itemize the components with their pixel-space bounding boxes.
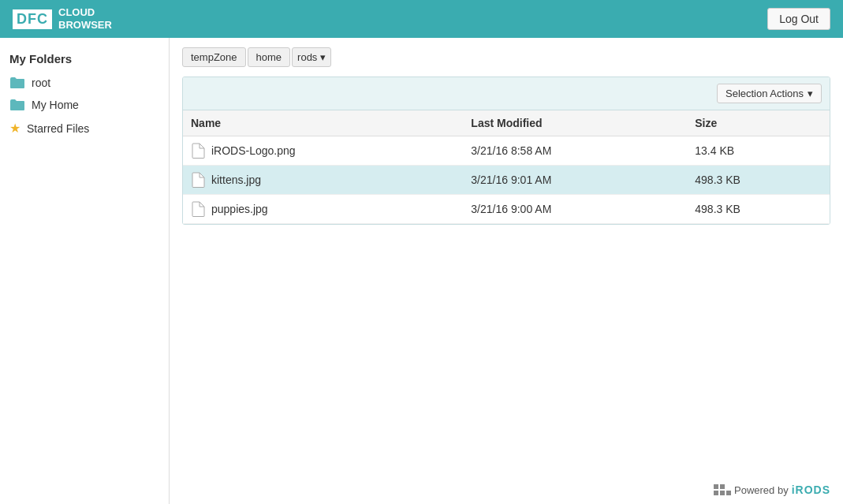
logo-line1: CLOUD bbox=[58, 6, 112, 19]
col-name: Name bbox=[183, 110, 463, 136]
sidebar-item-myhome[interactable]: My Home bbox=[0, 94, 169, 116]
logo-subtitle: CLOUD BROWSER bbox=[58, 6, 112, 31]
irods-grid-icon bbox=[714, 484, 731, 495]
selection-bar: Selection Actions ▾ bbox=[183, 77, 830, 110]
selection-actions-button[interactable]: Selection Actions ▾ bbox=[717, 84, 822, 103]
sidebar-item-starred-label: Starred Files bbox=[27, 122, 89, 135]
main-content: tempZone home rods ▾ Selection Actions ▾ bbox=[170, 38, 843, 504]
powered-by-text: Powered by bbox=[734, 484, 789, 496]
sidebar-item-root-label: root bbox=[32, 77, 50, 89]
file-name-cell: kittens.jpg bbox=[183, 166, 463, 195]
file-modified: 3/21/16 8:58 AM bbox=[463, 136, 687, 166]
file-modified: 3/21/16 9:01 AM bbox=[463, 166, 687, 195]
col-modified: Last Modified bbox=[463, 110, 687, 136]
logo: DFC CLOUD BROWSER bbox=[13, 6, 112, 31]
table-row[interactable]: puppies.jpg 3/21/16 9:00 AM498.3 KB bbox=[183, 195, 830, 224]
file-icon bbox=[191, 201, 205, 217]
file-size: 498.3 KB bbox=[687, 195, 830, 224]
sidebar-item-root[interactable]: root bbox=[0, 72, 169, 94]
file-name-cell: iRODS-Logo.png bbox=[183, 136, 463, 166]
logo-dfc: DFC bbox=[13, 9, 52, 29]
file-table: Name Last Modified Size bbox=[183, 110, 830, 224]
file-icon bbox=[191, 172, 205, 188]
sidebar-item-myhome-label: My Home bbox=[32, 99, 79, 111]
star-icon: ★ bbox=[9, 121, 21, 136]
irods-brand: iRODS bbox=[792, 483, 830, 496]
breadcrumb: tempZone home rods ▾ bbox=[182, 47, 830, 67]
table-row[interactable]: iRODS-Logo.png 3/21/16 8:58 AM13.4 KB bbox=[183, 136, 830, 166]
header: DFC CLOUD BROWSER Log Out bbox=[0, 0, 843, 38]
table-header: Name Last Modified Size bbox=[183, 110, 830, 136]
irods-logo: Powered by iRODS bbox=[714, 483, 830, 496]
file-name: iRODS-Logo.png bbox=[211, 144, 296, 157]
col-size: Size bbox=[687, 110, 830, 136]
file-size: 13.4 KB bbox=[687, 136, 830, 166]
sidebar-item-starred[interactable]: ★ Starred Files bbox=[0, 116, 169, 140]
table-row[interactable]: kittens.jpg 3/21/16 9:01 AM498.3 KB bbox=[183, 166, 830, 195]
footer: Powered by iRODS bbox=[714, 483, 830, 496]
logo-line2: BROWSER bbox=[58, 19, 112, 32]
main-layout: My Folders root My Home ★ Starred Files bbox=[0, 38, 843, 504]
file-name: puppies.jpg bbox=[211, 203, 268, 215]
selection-actions-label: Selection Actions bbox=[726, 88, 804, 99]
dropdown-arrow-icon: ▾ bbox=[320, 51, 326, 63]
breadcrumb-home[interactable]: home bbox=[248, 47, 291, 67]
breadcrumb-rods-label: rods bbox=[297, 51, 317, 63]
file-name-cell: puppies.jpg bbox=[183, 195, 463, 224]
selection-actions-dropdown-icon: ▾ bbox=[808, 88, 813, 99]
file-icon bbox=[191, 143, 205, 159]
file-modified: 3/21/16 9:00 AM bbox=[463, 195, 687, 224]
file-name: kittens.jpg bbox=[211, 174, 261, 186]
folder-icon-myhome bbox=[9, 99, 25, 111]
sidebar-title: My Folders bbox=[0, 46, 169, 72]
breadcrumb-rods[interactable]: rods ▾ bbox=[292, 47, 331, 67]
table-header-row: Name Last Modified Size bbox=[183, 110, 830, 136]
breadcrumb-tempzone[interactable]: tempZone bbox=[182, 47, 246, 67]
sidebar: My Folders root My Home ★ Starred Files bbox=[0, 38, 170, 504]
logo-box: DFC bbox=[13, 9, 52, 29]
file-table-container: Selection Actions ▾ Name Last Modified bbox=[182, 77, 830, 225]
folder-icon bbox=[9, 77, 25, 89]
file-size: 498.3 KB bbox=[687, 166, 830, 195]
logout-button[interactable]: Log Out bbox=[767, 8, 830, 30]
table-body: iRODS-Logo.png 3/21/16 8:58 AM13.4 KB ki… bbox=[183, 136, 830, 224]
